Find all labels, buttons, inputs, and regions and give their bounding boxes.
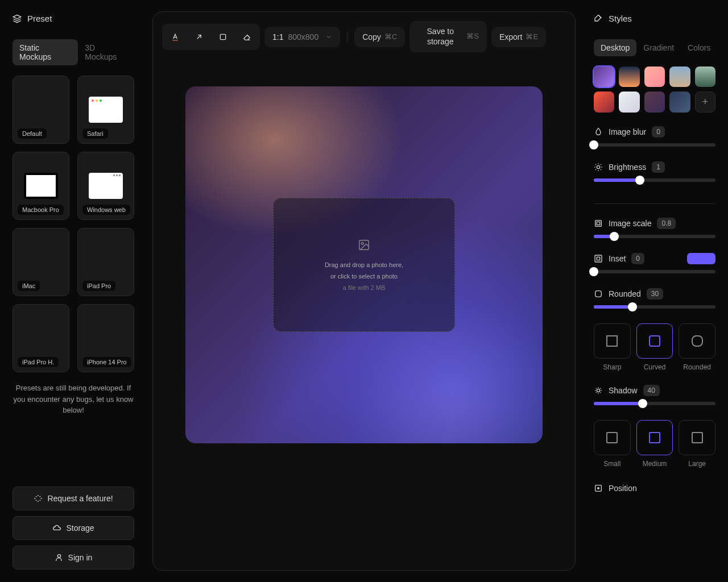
save-to-storage-button[interactable]: Save to storage ⌘S bbox=[410, 21, 487, 52]
dropzone[interactable]: Drag and drop a photo here, or click to … bbox=[273, 198, 455, 332]
square-icon bbox=[218, 32, 228, 41]
add-bg-button[interactable]: + bbox=[695, 92, 715, 112]
brightness-row: Brightness 1 bbox=[594, 161, 715, 173]
position-icon bbox=[594, 484, 603, 493]
style-tabs: Desktop Gradient Colors bbox=[594, 39, 715, 56]
rounded-icon bbox=[594, 289, 603, 298]
canvas[interactable]: Drag and drop a photo here, or click to … bbox=[185, 86, 543, 443]
svg-point-6 bbox=[361, 242, 363, 244]
storage-button[interactable]: Storage bbox=[13, 516, 134, 540]
svg-line-14 bbox=[595, 169, 596, 170]
rounded-curved[interactable] bbox=[636, 323, 673, 359]
ratio-select[interactable]: 1:1 800x800 bbox=[264, 27, 340, 47]
image-scale-row: Image scale 0.8 bbox=[594, 218, 715, 229]
image-scale-slider[interactable] bbox=[594, 235, 715, 238]
preset-ipad-pro[interactable]: iPad Pro bbox=[77, 228, 134, 296]
paint-icon bbox=[594, 14, 603, 23]
styles-header: Styles bbox=[594, 14, 715, 23]
arrow-tool[interactable] bbox=[188, 26, 210, 48]
svg-line-3 bbox=[197, 35, 201, 39]
rounded-sharp[interactable] bbox=[594, 323, 631, 359]
tab-colors[interactable]: Colors bbox=[681, 39, 717, 56]
eraser-tool[interactable] bbox=[236, 26, 258, 48]
preset-imac[interactable]: iMac bbox=[13, 228, 69, 296]
right-sidebar: Styles Desktop Gradient Colors + Image b… bbox=[581, 0, 728, 582]
sign-in-button[interactable]: Sign in bbox=[13, 546, 134, 569]
bg-thumb-8[interactable] bbox=[669, 92, 690, 112]
tab-desktop[interactable]: Desktop bbox=[594, 39, 636, 56]
droplet-icon bbox=[594, 127, 603, 136]
svg-point-1 bbox=[57, 555, 60, 558]
preset-iphone-14-pro[interactable]: iPhone 14 Pro bbox=[77, 304, 134, 372]
image-blur-slider[interactable] bbox=[594, 143, 715, 147]
svg-point-7 bbox=[597, 165, 599, 168]
image-icon bbox=[358, 239, 370, 251]
shadow-small[interactable] bbox=[594, 420, 631, 455]
svg-marker-0 bbox=[13, 15, 20, 19]
preset-safari[interactable]: Safari bbox=[77, 76, 134, 144]
layers-icon bbox=[13, 14, 22, 23]
inset-icon bbox=[594, 254, 603, 263]
divider bbox=[347, 31, 348, 43]
scale-icon bbox=[594, 219, 603, 228]
inset-row: Inset 0 bbox=[594, 253, 715, 264]
canvas-wrap: Drag and drop a photo here, or click to … bbox=[162, 86, 566, 561]
preset-windows-web[interactable]: Windows web bbox=[77, 152, 134, 220]
tool-group bbox=[162, 24, 260, 50]
preset-header: Preset bbox=[13, 14, 134, 23]
shadow-icon bbox=[594, 386, 603, 395]
cloud-icon bbox=[52, 523, 61, 533]
tab-static-mockups[interactable]: Static Mockups bbox=[13, 39, 78, 65]
user-icon bbox=[55, 553, 64, 562]
tab-gradient[interactable]: Gradient bbox=[636, 39, 681, 56]
arrow-icon bbox=[195, 32, 204, 41]
inset-color-swatch[interactable] bbox=[687, 253, 715, 264]
preset-ipad-pro-h[interactable]: iPad Pro H. bbox=[13, 304, 69, 372]
position-row: Position bbox=[594, 484, 715, 493]
shadow-slider[interactable] bbox=[594, 402, 715, 405]
svg-rect-16 bbox=[595, 220, 602, 226]
svg-line-13 bbox=[601, 169, 601, 170]
rounded-slider[interactable] bbox=[594, 305, 715, 309]
shadow-options: Small Medium Large bbox=[594, 420, 715, 468]
svg-rect-18 bbox=[595, 255, 602, 262]
shadow-medium[interactable] bbox=[636, 420, 673, 455]
main-card: 1:1 800x800 Copy ⌘C Save to storage ⌘S E… bbox=[152, 11, 576, 571]
request-feature-button[interactable]: Request a feature! bbox=[13, 487, 134, 510]
inset-slider[interactable] bbox=[594, 270, 715, 273]
brightness-slider[interactable] bbox=[594, 178, 715, 182]
tab-3d-mockups[interactable]: 3D Mockups bbox=[78, 39, 134, 65]
bg-thumbs: + bbox=[594, 66, 715, 113]
bg-thumb-2[interactable] bbox=[644, 66, 665, 87]
main-area: 1:1 800x800 Copy ⌘C Save to storage ⌘S E… bbox=[147, 0, 581, 582]
sun-icon bbox=[594, 163, 603, 172]
copy-button[interactable]: Copy ⌘C bbox=[354, 27, 405, 47]
preset-default[interactable]: Default bbox=[13, 76, 69, 144]
rounded-options: Sharp Curved Rounded bbox=[594, 323, 715, 371]
text-tool[interactable] bbox=[164, 26, 186, 48]
shadow-large[interactable] bbox=[679, 420, 715, 455]
svg-point-23 bbox=[598, 487, 599, 489]
sparkle-icon bbox=[34, 494, 43, 503]
svg-rect-19 bbox=[597, 257, 599, 260]
bg-thumb-4[interactable] bbox=[695, 66, 715, 87]
bg-thumb-1[interactable] bbox=[619, 66, 639, 87]
preset-grid: Default Safari Macbook Pro Windows web i… bbox=[13, 76, 134, 372]
svg-rect-17 bbox=[597, 222, 599, 225]
bg-thumb-7[interactable] bbox=[644, 92, 665, 112]
svg-line-15 bbox=[601, 164, 601, 165]
preset-macbook-pro[interactable]: Macbook Pro bbox=[13, 152, 69, 220]
bg-thumb-5[interactable] bbox=[594, 92, 614, 112]
shape-tool[interactable] bbox=[212, 26, 234, 48]
rounded-rounded[interactable] bbox=[679, 323, 715, 359]
preset-note: Presets are still being developed. If yo… bbox=[13, 383, 134, 416]
toolbar: 1:1 800x800 Copy ⌘C Save to storage ⌘S E… bbox=[162, 21, 566, 52]
export-button[interactable]: Export ⌘E bbox=[491, 27, 546, 47]
svg-rect-4 bbox=[220, 34, 225, 39]
bg-thumb-0[interactable] bbox=[594, 66, 614, 87]
text-color-icon bbox=[171, 32, 180, 41]
bg-thumb-6[interactable] bbox=[619, 92, 639, 112]
bg-thumb-3[interactable] bbox=[669, 66, 690, 87]
svg-rect-20 bbox=[595, 290, 602, 297]
left-sidebar: Preset Static Mockups 3D Mockups Default… bbox=[0, 0, 147, 582]
